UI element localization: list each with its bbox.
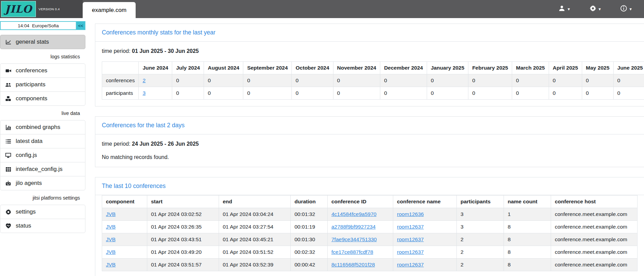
cell: conference.meet.example.com <box>551 208 638 221</box>
sidebar-item-config-js[interactable]: config.js <box>0 148 85 162</box>
cell: 0 <box>613 74 644 87</box>
sidebar-item-settings[interactable]: settings <box>0 205 85 219</box>
cell: 0 <box>292 87 333 100</box>
table-row: JVB 01 Apr 2024 03:51:57 01 Apr 2024 03:… <box>102 259 638 271</box>
chart-line-icon <box>4 39 12 45</box>
component-link[interactable]: JVB <box>106 249 115 255</box>
cell: a2788f9bf9927234 <box>328 221 393 233</box>
user-icon <box>559 5 565 13</box>
component-link[interactable]: JVB <box>106 236 115 242</box>
sidebar-item-latest-data[interactable]: latest data <box>0 134 85 148</box>
sidebar-item-label: jilo agents <box>16 180 42 187</box>
sidebar-item-label: status <box>16 222 31 229</box>
recent-conferences-card: Conferences for the last 2 days time per… <box>95 116 644 167</box>
cell: 01 Apr 2024 03:04:24 <box>219 208 291 221</box>
jilo-logo[interactable]: JILO <box>1 1 36 17</box>
chevron-down-icon: ▾ <box>599 7 601 11</box>
card-header: Conferences monthly stats for the last y… <box>95 24 644 42</box>
tab-example-com[interactable]: example.com <box>83 2 136 18</box>
clock-text: 14:04 Europe/Sofia <box>1 22 76 29</box>
settings-menu-button[interactable]: ▾ <box>590 5 601 13</box>
cell: 0 <box>204 87 243 100</box>
cell: 3 <box>457 208 504 221</box>
conference-id-link[interactable]: 4c14584fce9a5970 <box>331 211 376 217</box>
conference-name-link[interactable]: room12637 <box>397 249 424 255</box>
sidebar-item-status[interactable]: status <box>0 219 85 233</box>
cell: conference.meet.example.com <box>551 246 638 259</box>
robot-icon <box>4 180 12 186</box>
info-menu-button[interactable]: ▾ <box>620 5 632 13</box>
cell: JVB <box>102 208 147 221</box>
conference-id-link[interactable]: 7fae9ce344751330 <box>331 236 377 242</box>
column-header: August 2024 <box>204 62 243 74</box>
section-label-jitsi-platforms-settings: jitsi platforms settings <box>0 195 85 201</box>
conference-id-link[interactable]: fce17ce887fcdf78 <box>331 249 373 255</box>
table-row: JVB 01 Apr 2024 03:02:52 01 Apr 2024 03:… <box>102 208 638 221</box>
list-icon <box>4 139 12 144</box>
cell: 0 <box>512 74 549 87</box>
cell: 0 <box>549 74 582 87</box>
cell: 3 <box>457 221 504 233</box>
clock-timezone: Europe/Sofia <box>32 23 59 28</box>
cell: 2 <box>457 246 504 259</box>
conferences-count-link[interactable]: 2 <box>142 77 146 83</box>
column-header: April 2025 <box>549 62 582 74</box>
cell: conference.meet.example.com <box>551 221 638 233</box>
sidebar: 14:04 Europe/Sofia << general stats logs… <box>0 18 90 276</box>
column-header: January 2025 <box>427 62 468 74</box>
sidebar-item-components[interactable]: components <box>0 91 85 106</box>
sidebar-collapse-button[interactable]: << <box>76 22 85 29</box>
conference-name-link[interactable]: room12637 <box>397 236 424 242</box>
sidebar-item-participants[interactable]: participants <box>0 77 85 92</box>
sidebar-item-combined-graphs[interactable]: combined graphs <box>0 120 85 134</box>
cell: conference.meet.example.com <box>551 259 638 271</box>
cell: 0 <box>333 74 380 87</box>
section-label-live-data: live data <box>0 111 85 116</box>
conference-name-link[interactable]: room12636 <box>397 211 424 217</box>
time-period-value: 01 Jun 2025 - 30 Jun 2025 <box>132 48 199 54</box>
conference-name-link[interactable]: room12637 <box>397 262 424 267</box>
monthly-stats-card: Conferences monthly stats for the last y… <box>95 24 644 106</box>
conference-id-link[interactable]: 8c116568f5201f28 <box>331 262 375 267</box>
logo-text: JILO <box>5 3 32 15</box>
brand-block: JILO VERSION 0.4 <box>0 0 83 18</box>
conference-id-link[interactable]: a2788f9bf9927234 <box>331 224 375 230</box>
component-link[interactable]: JVB <box>106 262 115 267</box>
info-icon <box>620 5 627 13</box>
column-header: February 2025 <box>468 62 512 74</box>
cell: 8c116568f5201f28 <box>328 259 393 271</box>
cell: 0 <box>613 87 644 100</box>
cell: 0 <box>204 74 243 87</box>
card-body: time period: 24 Jun 2025 - 26 Jun 2025 N… <box>95 134 644 167</box>
cell: 0 <box>172 87 204 100</box>
cell: 8 <box>504 221 551 233</box>
card-header: Conferences for the last 2 days <box>95 117 644 134</box>
user-menu-button[interactable]: ▾ <box>559 5 570 13</box>
conference-name-link[interactable]: room12637 <box>397 224 424 230</box>
participants-count-link[interactable]: 3 <box>142 90 146 96</box>
column-header: December 2024 <box>380 62 427 74</box>
sidebar-item-label: interface_config.js <box>16 166 63 173</box>
time-period-value: 24 Jun 2025 - 26 Jun 2025 <box>132 141 199 147</box>
column-header: March 2025 <box>512 62 549 74</box>
cell: JVB <box>102 259 147 271</box>
column-header: conference host <box>551 195 638 208</box>
component-link[interactable]: JVB <box>106 224 115 230</box>
cell: JVB <box>102 246 147 259</box>
component-link[interactable]: JVB <box>106 211 115 217</box>
group-general: general stats <box>0 35 85 49</box>
cell: 0 <box>243 87 292 100</box>
table-row: conferences 2 0 0 0 0 0 0 0 0 0 0 <box>102 74 644 87</box>
table-row: JVB 01 Apr 2024 03:43:51 01 Apr 2024 03:… <box>102 233 638 246</box>
column-header <box>102 62 139 74</box>
sidebar-item-general-stats[interactable]: general stats <box>0 35 85 49</box>
sidebar-item-interface-config-js[interactable]: interface_config.js <box>0 162 85 176</box>
sidebar-item-jilo-agents[interactable]: jilo agents <box>0 176 85 190</box>
column-header: name count <box>504 195 551 208</box>
cell: 0 <box>427 87 468 100</box>
cell: 01 Apr 2024 03:51:52 <box>219 246 291 259</box>
sidebar-item-label: conferences <box>16 67 47 74</box>
cell: 00:00:42 <box>291 259 328 271</box>
monthly-stats-table: June 2024 July 2024 August 2024 Septembe… <box>102 61 644 100</box>
sidebar-item-conferences[interactable]: conferences <box>0 63 85 78</box>
